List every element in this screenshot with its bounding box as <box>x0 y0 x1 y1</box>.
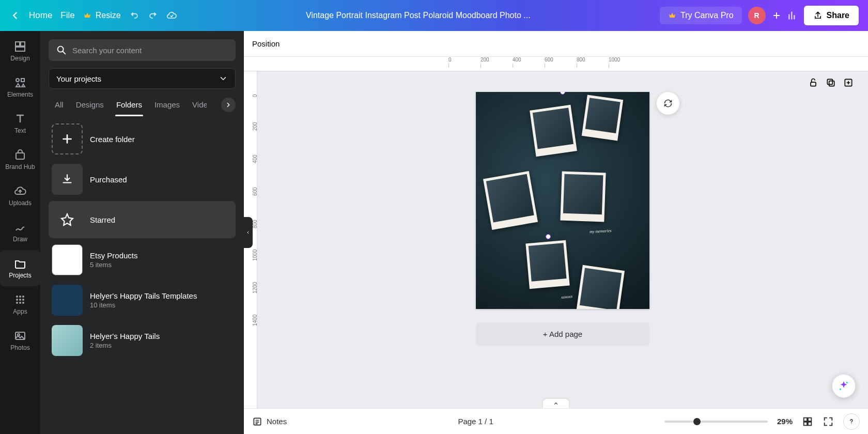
bottom-bar: Notes Page 1 / 1 29% <box>244 408 868 434</box>
svg-rect-4 <box>21 79 24 82</box>
create-folder-row[interactable]: Create folder <box>49 120 236 158</box>
artboard-wrap: my memories xoxoxx <box>476 92 649 309</box>
canvas-toolbar: Position <box>244 31 868 57</box>
topbar-center: Vintage Portrait Instagram Post Polaroid… <box>184 11 653 20</box>
panel-tabs: All Designs Folders Images Videos <box>49 96 236 113</box>
help-button[interactable] <box>843 413 860 430</box>
regenerate-fab[interactable] <box>657 92 679 115</box>
share-button[interactable]: Share <box>804 6 859 25</box>
topbar-right: Try Canva Pro R Share <box>660 6 859 25</box>
polaroid-photo[interactable] <box>483 171 538 230</box>
page-indicator[interactable]: Page 1 / 1 <box>287 417 664 426</box>
document-title[interactable]: Vintage Portrait Instagram Post Polaroid… <box>306 11 531 20</box>
plus-icon <box>60 132 74 146</box>
folder-happy-tails[interactable]: Helyer's Happy Tails2 items <box>49 322 236 359</box>
rail-apps[interactable]: Apps <box>0 286 40 322</box>
svg-point-10 <box>19 299 21 301</box>
rail-text[interactable]: Text <box>0 105 40 142</box>
svg-point-17 <box>58 47 64 52</box>
folder-thumb-icon <box>52 325 83 356</box>
analytics-icon[interactable] <box>787 10 798 21</box>
redo-icon[interactable] <box>148 10 158 21</box>
polaroid-photo[interactable] <box>576 265 625 309</box>
selection-handle[interactable] <box>546 234 551 239</box>
svg-point-23 <box>840 389 841 390</box>
polaroid-photo[interactable] <box>582 95 623 141</box>
rail-projects[interactable]: Projects <box>0 250 40 286</box>
svg-point-12 <box>16 302 18 304</box>
svg-point-9 <box>16 299 18 301</box>
tabs-scroll-right[interactable] <box>221 98 236 112</box>
ruler-tick: 200 <box>481 57 489 63</box>
add-member-icon[interactable] <box>772 11 781 20</box>
svg-point-3 <box>16 79 19 82</box>
back-arrow-icon[interactable] <box>9 10 21 21</box>
zoom-slider[interactable] <box>664 421 768 423</box>
resize-button[interactable]: Resize <box>83 11 121 20</box>
rail-elements[interactable]: Elements <box>0 69 40 105</box>
chevron-down-icon <box>219 74 228 83</box>
polaroid-photo[interactable] <box>560 172 606 222</box>
folder-thumb-icon <box>52 285 83 316</box>
folder-etsy-products[interactable]: Etsy Products5 items <box>49 241 236 278</box>
rail-design[interactable]: Design <box>0 33 40 69</box>
tab-videos[interactable]: Videos <box>186 96 207 113</box>
projects-panel: Your projects All Designs Folders Images… <box>40 31 244 434</box>
svg-rect-26 <box>808 417 811 421</box>
rail-uploads[interactable]: Uploads <box>0 178 40 214</box>
svg-point-13 <box>19 302 21 304</box>
tab-designs[interactable]: Designs <box>70 96 110 113</box>
folder-thumb-icon <box>52 244 83 275</box>
undo-icon[interactable] <box>129 10 140 21</box>
try-pro-button[interactable]: Try Canva Pro <box>660 7 742 24</box>
folder-purchased[interactable]: Purchased <box>49 161 236 198</box>
ruler-tick: 0 <box>448 57 452 63</box>
crown-icon <box>83 11 91 20</box>
folder-templates[interactable]: Helyer's Happy Tails Templates10 items <box>49 282 236 319</box>
ruler-tick: 400 <box>513 57 521 63</box>
polaroid-photo[interactable] <box>530 105 577 157</box>
home-button[interactable]: Home <box>29 10 52 21</box>
file-button[interactable]: File <box>60 10 74 21</box>
panel-collapse-handle[interactable] <box>243 217 253 248</box>
fullscreen-icon[interactable] <box>823 416 834 427</box>
rail-photos[interactable]: Photos <box>0 322 40 359</box>
search-box[interactable] <box>49 39 236 61</box>
grid-view-icon[interactable] <box>802 416 813 427</box>
tab-images[interactable]: Images <box>148 96 186 113</box>
svg-rect-2 <box>16 47 25 51</box>
svg-point-11 <box>22 299 24 301</box>
ruler-tick: 600 <box>545 57 553 63</box>
download-icon <box>60 173 74 186</box>
notes-button[interactable]: Notes <box>252 416 287 427</box>
handwriting-text[interactable]: xoxoxx <box>561 294 573 300</box>
user-avatar[interactable]: R <box>748 7 766 24</box>
projects-filter-select[interactable]: Your projects <box>49 68 236 89</box>
add-page-button[interactable]: + Add page <box>476 322 649 346</box>
topbar-left: Home File Resize <box>9 10 177 21</box>
notes-icon <box>252 416 262 427</box>
rail-brand-hub[interactable]: Brand Hub <box>0 142 40 178</box>
artboard[interactable]: my memories xoxoxx <box>476 92 649 309</box>
search-icon <box>56 44 67 56</box>
folder-starred[interactable]: Starred <box>49 201 236 238</box>
top-bar: Home File Resize Vintage Portrait Instag… <box>0 0 868 31</box>
canvas-area: Position 0 200 400 600 800 1000 0 200 40… <box>244 31 868 434</box>
search-input[interactable] <box>72 46 228 55</box>
svg-point-7 <box>19 296 21 298</box>
polaroid-photo[interactable] <box>525 240 569 289</box>
ruler-horizontal: 0 200 400 600 800 1000 <box>244 57 868 71</box>
svg-rect-0 <box>16 42 20 46</box>
tab-folders[interactable]: Folders <box>110 96 148 113</box>
svg-rect-27 <box>804 422 807 425</box>
rail-draw[interactable]: Draw <box>0 214 40 250</box>
zoom-value[interactable]: 29% <box>777 417 793 426</box>
svg-rect-28 <box>808 422 811 425</box>
expand-pages-handle[interactable] <box>543 399 569 408</box>
stage[interactable]: my memories xoxoxx + Add page <box>257 71 868 408</box>
folder-list: Create folder Purchased Starred Etsy Pro… <box>49 120 236 426</box>
cloud-sync-icon[interactable] <box>166 10 177 21</box>
tab-all[interactable]: All <box>49 96 70 113</box>
ai-assistant-fab[interactable] <box>832 374 856 398</box>
position-button[interactable]: Position <box>252 39 280 48</box>
